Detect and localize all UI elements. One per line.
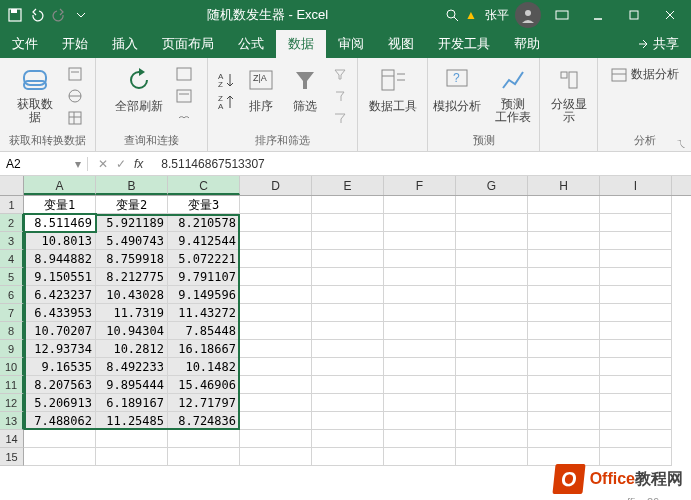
user-name[interactable]: 张平	[485, 7, 509, 24]
tab-insert[interactable]: 插入	[100, 30, 150, 58]
cell-A3[interactable]: 10.8013	[24, 232, 96, 250]
cell-G13[interactable]	[456, 412, 528, 430]
cell-E2[interactable]	[312, 214, 384, 232]
data-tools-button[interactable]: 数据工具	[363, 60, 423, 115]
properties-icon[interactable]	[173, 86, 195, 106]
forecast-button[interactable]: 预测 工作表	[488, 60, 538, 124]
cell-D13[interactable]	[240, 412, 312, 430]
cell-A12[interactable]: 5.206913	[24, 394, 96, 412]
avatar[interactable]	[515, 2, 541, 28]
row-header-8[interactable]: 8	[0, 322, 24, 340]
cell-G14[interactable]	[456, 430, 528, 448]
reapply-icon[interactable]	[329, 86, 351, 106]
cell-F15[interactable]	[384, 448, 456, 466]
row-header-7[interactable]: 7	[0, 304, 24, 322]
cell-H9[interactable]	[528, 340, 600, 358]
cell-B5[interactable]: 8.212775	[96, 268, 168, 286]
cell-B6[interactable]: 10.43028	[96, 286, 168, 304]
cell-E15[interactable]	[312, 448, 384, 466]
fx-icon[interactable]: fx	[134, 157, 143, 171]
tab-view[interactable]: 视图	[376, 30, 426, 58]
cancel-formula-icon[interactable]: ✕	[98, 157, 108, 171]
col-header-G[interactable]: G	[456, 176, 528, 195]
cell-F9[interactable]	[384, 340, 456, 358]
cell-C7[interactable]: 11.43272	[168, 304, 240, 322]
cell-D8[interactable]	[240, 322, 312, 340]
cell-H10[interactable]	[528, 358, 600, 376]
cell-I11[interactable]	[600, 376, 672, 394]
row-header-12[interactable]: 12	[0, 394, 24, 412]
cell-H4[interactable]	[528, 250, 600, 268]
save-icon[interactable]	[6, 6, 24, 24]
cell-C14[interactable]	[168, 430, 240, 448]
cell-C13[interactable]: 8.724836	[168, 412, 240, 430]
cell-I4[interactable]	[600, 250, 672, 268]
cell-D1[interactable]	[240, 196, 312, 214]
cell-E4[interactable]	[312, 250, 384, 268]
cell-D15[interactable]	[240, 448, 312, 466]
col-header-A[interactable]: A	[24, 176, 96, 195]
row-header-1[interactable]: 1	[0, 196, 24, 214]
row-header-11[interactable]: 11	[0, 376, 24, 394]
cell-F12[interactable]	[384, 394, 456, 412]
cell-G4[interactable]	[456, 250, 528, 268]
cell-E7[interactable]	[312, 304, 384, 322]
cell-G2[interactable]	[456, 214, 528, 232]
cell-C15[interactable]	[168, 448, 240, 466]
cell-G9[interactable]	[456, 340, 528, 358]
cell-I8[interactable]	[600, 322, 672, 340]
cell-F13[interactable]	[384, 412, 456, 430]
sort-button[interactable]: Z|A 排序	[241, 60, 281, 115]
cell-C9[interactable]: 16.18667	[168, 340, 240, 358]
cell-A10[interactable]: 9.16535	[24, 358, 96, 376]
search-icon[interactable]	[445, 8, 459, 22]
cell-E10[interactable]	[312, 358, 384, 376]
cell-G15[interactable]	[456, 448, 528, 466]
cell-B7[interactable]: 11.7319	[96, 304, 168, 322]
sort-za-icon[interactable]: ZA	[215, 92, 237, 112]
cell-B11[interactable]: 9.895444	[96, 376, 168, 394]
cell-I12[interactable]	[600, 394, 672, 412]
cell-F7[interactable]	[384, 304, 456, 322]
cell-E11[interactable]	[312, 376, 384, 394]
tab-review[interactable]: 审阅	[326, 30, 376, 58]
col-header-D[interactable]: D	[240, 176, 312, 195]
cell-H5[interactable]	[528, 268, 600, 286]
tab-developer[interactable]: 开发工具	[426, 30, 502, 58]
cell-G12[interactable]	[456, 394, 528, 412]
from-table-icon[interactable]	[64, 108, 86, 128]
advanced-filter-icon[interactable]	[329, 108, 351, 128]
cell-G7[interactable]	[456, 304, 528, 322]
cell-D2[interactable]	[240, 214, 312, 232]
cell-G6[interactable]	[456, 286, 528, 304]
row-header-6[interactable]: 6	[0, 286, 24, 304]
cell-D14[interactable]	[240, 430, 312, 448]
cell-H7[interactable]	[528, 304, 600, 322]
cell-H8[interactable]	[528, 322, 600, 340]
row-header-9[interactable]: 9	[0, 340, 24, 358]
cell-I14[interactable]	[600, 430, 672, 448]
collapse-ribbon-icon[interactable]: ㄟ	[676, 136, 687, 151]
name-box-dropdown-icon[interactable]: ▾	[75, 157, 81, 171]
data-analysis-button[interactable]: 数据分析	[611, 66, 679, 83]
row-header-5[interactable]: 5	[0, 268, 24, 286]
cell-C3[interactable]: 9.412544	[168, 232, 240, 250]
qat-dropdown-icon[interactable]	[72, 6, 90, 24]
col-header-H[interactable]: H	[528, 176, 600, 195]
cell-I1[interactable]	[600, 196, 672, 214]
cell-F2[interactable]	[384, 214, 456, 232]
cell-A4[interactable]: 8.944882	[24, 250, 96, 268]
ribbon-display-icon[interactable]	[547, 2, 577, 28]
tab-formulas[interactable]: 公式	[226, 30, 276, 58]
cell-D12[interactable]	[240, 394, 312, 412]
cell-C8[interactable]: 7.85448	[168, 322, 240, 340]
cell-B2[interactable]: 5.921189	[96, 214, 168, 232]
cell-B1[interactable]: 变量2	[96, 196, 168, 214]
cell-I7[interactable]	[600, 304, 672, 322]
cell-H13[interactable]	[528, 412, 600, 430]
cell-D7[interactable]	[240, 304, 312, 322]
cell-C5[interactable]: 9.791107	[168, 268, 240, 286]
row-header-4[interactable]: 4	[0, 250, 24, 268]
get-data-button[interactable]: 获取数 据	[10, 60, 60, 124]
cell-I6[interactable]	[600, 286, 672, 304]
